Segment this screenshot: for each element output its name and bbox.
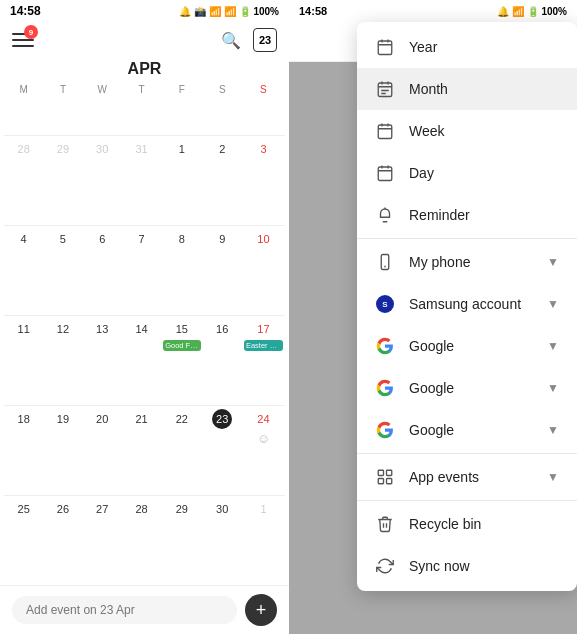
cal-cell-19[interactable]: 19	[43, 405, 82, 495]
cal-cell-26[interactable]: 26	[43, 495, 82, 585]
top-bar-right: 🔍 23	[219, 28, 277, 52]
menu-item-appevents[interactable]: App events ▼	[357, 456, 577, 498]
cal-num-29: 29	[172, 499, 192, 519]
cal-num-19: 19	[53, 409, 73, 429]
menu-item-reminder[interactable]: Reminder	[357, 194, 577, 236]
syncnow-label: Sync now	[409, 558, 559, 574]
cal-cell-11[interactable]: 11	[4, 315, 43, 405]
time-left: 14:58	[10, 4, 41, 18]
cal-cell-31prev[interactable]: 31	[122, 135, 161, 225]
samsung-chevron: ▼	[547, 297, 559, 311]
notification-icon: 🔔	[179, 6, 191, 17]
menu-item-myphone[interactable]: My phone ▼	[357, 241, 577, 283]
svg-rect-4	[378, 83, 392, 97]
cal-num-26: 26	[53, 499, 73, 519]
cal-cell-5[interactable]: 5	[43, 225, 82, 315]
cal-cell-2[interactable]: 2	[203, 135, 242, 225]
today-button[interactable]: 23	[253, 28, 277, 52]
menu-item-year[interactable]: Year	[357, 26, 577, 68]
cal-num-24: 24	[253, 409, 273, 429]
overlay-panel[interactable]: 14:58 🔔 📶 🔋 100% 👤 11 ☰ Year	[289, 0, 577, 634]
cal-cell-8[interactable]: 8	[161, 225, 202, 315]
dropdown-menu: Year Month Week	[357, 22, 577, 591]
signal-icon: 📶	[224, 6, 236, 17]
cal-cell-16[interactable]: 16	[203, 315, 242, 405]
day-label: Day	[409, 165, 559, 181]
svg-rect-24	[378, 479, 383, 484]
svg-rect-23	[387, 470, 392, 475]
right-status-icons: 🔔 📶 🔋 100%	[497, 6, 567, 17]
cal-cell-4[interactable]: 4	[4, 225, 43, 315]
cal-cell-24[interactable]: 24 ☺	[242, 405, 285, 495]
cal-cell-27[interactable]: 27	[83, 495, 122, 585]
search-button[interactable]: 🔍	[219, 28, 243, 52]
battery-icon: 🔋 100%	[239, 6, 279, 17]
week-icon	[375, 121, 395, 141]
recycle-icon	[375, 514, 395, 534]
menu-item-syncnow[interactable]: Sync now	[357, 545, 577, 587]
cal-num-14: 14	[132, 319, 152, 339]
cal-cell-14[interactable]: 14	[122, 315, 161, 405]
cal-cell-20[interactable]: 20	[83, 405, 122, 495]
svg-rect-14	[378, 167, 392, 181]
svg-rect-20	[381, 255, 389, 270]
appevents-chevron: ▼	[547, 470, 559, 484]
cal-cell-30prev[interactable]: 30	[83, 135, 122, 225]
cal-cell-18[interactable]: 18	[4, 405, 43, 495]
cal-cell-28prev[interactable]: 28	[4, 135, 43, 225]
cal-cell-9[interactable]: 9	[203, 225, 242, 315]
battery-icon-right: 🔋 100%	[527, 6, 567, 17]
cal-cell-7[interactable]: 7	[122, 225, 161, 315]
cal-num-9: 9	[212, 229, 232, 249]
google3-label: Google	[409, 422, 533, 438]
sync-icon	[375, 556, 395, 576]
cal-cell-13[interactable]: 13	[83, 315, 122, 405]
hamburger-line-3	[12, 45, 34, 47]
menu-item-samsung[interactable]: S Samsung account ▼	[357, 283, 577, 325]
dh-t2: T	[122, 84, 161, 135]
google1-icon	[375, 336, 395, 356]
cal-cell-28[interactable]: 28	[122, 495, 161, 585]
menu-item-recycle[interactable]: Recycle bin	[357, 503, 577, 545]
cal-num-1next: 1	[253, 499, 273, 519]
cal-cell-25[interactable]: 25	[4, 495, 43, 585]
cal-num-7: 7	[132, 229, 152, 249]
cal-cell-3[interactable]: 3	[242, 135, 285, 225]
cal-cell-22[interactable]: 22	[161, 405, 202, 495]
cal-cell-29[interactable]: 29	[161, 495, 202, 585]
cal-cell-17[interactable]: 17 Easter Day	[242, 315, 285, 405]
add-event-button[interactable]: +	[245, 594, 277, 626]
day-icon	[375, 163, 395, 183]
cal-cell-23[interactable]: 23	[203, 405, 242, 495]
dh-m: M	[4, 84, 43, 135]
cal-cell-1next[interactable]: 1	[242, 495, 285, 585]
menu-button[interactable]: 9	[12, 29, 34, 51]
svg-rect-22	[378, 470, 383, 475]
cal-cell-15[interactable]: 15 Good Fri...	[161, 315, 202, 405]
menu-item-google2[interactable]: Google ▼	[357, 367, 577, 409]
add-event-input[interactable]	[12, 596, 237, 624]
reminder-icon	[375, 205, 395, 225]
cal-cell-10[interactable]: 10	[242, 225, 285, 315]
dh-su: S	[242, 84, 285, 135]
cal-num-28prev: 28	[14, 139, 34, 159]
menu-item-month[interactable]: Month	[357, 68, 577, 110]
cal-cell-6[interactable]: 6	[83, 225, 122, 315]
recycle-label: Recycle bin	[409, 516, 559, 532]
menu-item-day[interactable]: Day	[357, 152, 577, 194]
phone-icon	[375, 252, 395, 272]
cal-num-3: 3	[253, 139, 273, 159]
menu-item-week[interactable]: Week	[357, 110, 577, 152]
menu-item-google3[interactable]: Google ▼	[357, 409, 577, 451]
cal-cell-1[interactable]: 1	[161, 135, 202, 225]
menu-item-google1[interactable]: Google ▼	[357, 325, 577, 367]
cal-cell-12[interactable]: 12	[43, 315, 82, 405]
cal-cell-21[interactable]: 21	[122, 405, 161, 495]
cal-cell-29prev[interactable]: 29	[43, 135, 82, 225]
cal-cell-30[interactable]: 30	[203, 495, 242, 585]
divider-1	[357, 238, 577, 239]
google3-chevron: ▼	[547, 423, 559, 437]
month-icon	[375, 79, 395, 99]
cal-num-27: 27	[92, 499, 112, 519]
cal-num-28: 28	[132, 499, 152, 519]
